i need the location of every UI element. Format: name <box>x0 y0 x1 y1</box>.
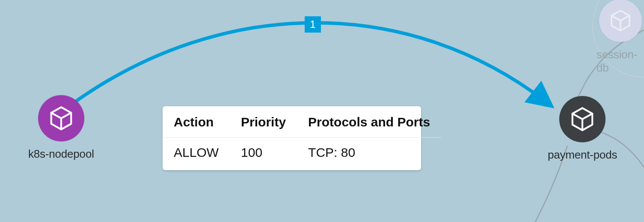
node-payment-pods[interactable]: payment-pods <box>548 96 617 162</box>
node-circle <box>38 95 84 141</box>
cell-protocols: TCP: 80 <box>297 138 441 171</box>
col-priority: Priority <box>230 106 297 138</box>
col-protocols: Protocols and Ports <box>297 106 441 138</box>
node-session-db[interactable]: session-db <box>597 0 644 75</box>
firewall-rule-card: Action Priority Protocols and Ports ALLO… <box>163 106 421 170</box>
cell-action: ALLOW <box>163 138 230 171</box>
table-row[interactable]: ALLOW 100 TCP: 80 <box>163 138 441 171</box>
node-circle <box>559 96 605 142</box>
cube-icon <box>608 9 632 33</box>
node-label: session-db <box>597 48 644 75</box>
node-label: payment-pods <box>548 148 617 162</box>
col-action: Action <box>163 106 230 138</box>
node-k8s-nodepool[interactable]: k8s-nodepool <box>28 95 94 161</box>
cube-icon <box>569 106 596 132</box>
network-diagram-canvas: 1 k8s-nodepool payment-pods <box>0 0 644 222</box>
node-label: k8s-nodepool <box>28 147 94 161</box>
edge-rule-count-badge[interactable]: 1 <box>305 16 321 33</box>
table-header-row: Action Priority Protocols and Ports <box>163 106 441 138</box>
firewall-rule-table: Action Priority Protocols and Ports ALLO… <box>163 106 441 170</box>
cube-icon <box>48 105 74 132</box>
allow-rule-edge[interactable] <box>72 23 549 104</box>
cell-priority: 100 <box>230 138 297 171</box>
node-circle <box>599 0 642 42</box>
